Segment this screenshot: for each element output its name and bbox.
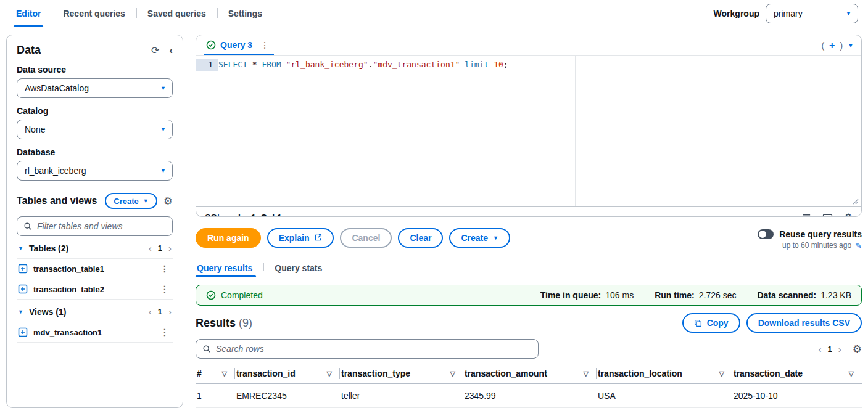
create-button-label: Create [114,197,138,206]
database-select[interactable]: rl_bank_iceberg ▼ [17,161,173,181]
results-toolbar: ‹ 1 › ⚙ [196,339,862,359]
query-status-text: Completed [221,290,263,300]
views-pagination: ‹ 1 › [149,306,172,317]
edit-pencil-icon[interactable]: ✎ [855,241,862,250]
results-settings-gear-icon[interactable]: ⚙ [853,344,862,354]
workgroup-selected-value: primary [774,9,803,18]
keyboard-icon[interactable] [822,212,833,217]
workgroup-control: Workgroup primary ▼ [714,0,868,27]
query-tab-controls: ( + ) ▼ [821,40,854,51]
tabs-scroll-left-icon[interactable]: ( [821,41,824,51]
tabs-scroll-right-icon[interactable]: ) [840,41,843,51]
check-circle-icon [206,290,216,300]
view-list-item[interactable]: mdv_transaction1 ⋮ [17,322,173,343]
page-prev-icon[interactable]: ‹ [149,306,152,317]
results-table: #▽ transaction_id▽ transaction_type▽ tra… [196,364,862,408]
catalog-select[interactable]: None ▼ [17,120,173,139]
query-tab-menu-icon[interactable]: ⋮ [258,40,271,50]
column-filter-icon[interactable]: ▽ [222,370,227,378]
collapse-panel-icon[interactable]: ‹ [169,44,173,57]
results-pagination: ‹ 1 › [819,344,841,354]
tab-editor[interactable]: Editor [5,0,52,27]
explain-button[interactable]: Explain [267,228,334,248]
clear-button[interactable]: Clear [398,228,443,248]
kebab-menu-icon[interactable]: ⋮ [158,327,172,337]
cursor-position-label: Ln 1, Col 1 [238,213,282,217]
results-page-number[interactable]: 1 [828,345,832,354]
refresh-icon[interactable]: ⟳ [151,44,159,56]
workgroup-select[interactable]: primary ▼ [766,4,858,23]
tab-recent-queries[interactable]: Recent queries [52,0,136,27]
tables-page-number[interactable]: 1 [158,243,162,253]
tab-saved-queries[interactable]: Saved queries [136,0,217,27]
database-label: Database [17,147,173,157]
column-filter-icon[interactable]: ▽ [450,370,455,378]
download-results-csv-button[interactable]: Download results CSV [746,313,862,333]
page-next-icon[interactable]: › [838,344,841,354]
kebab-menu-icon[interactable]: ⋮ [158,284,172,294]
wrap-text-icon[interactable] [802,213,811,217]
view-icon [18,327,28,337]
metric-value: 2.726 sec [699,290,737,300]
column-header-transaction-date: transaction_date▽ [732,364,862,383]
catalog-selected-value: None [25,124,45,134]
results-header: Results (9) Copy Download results CSV [196,313,862,333]
cancel-button[interactable]: Cancel [340,228,392,248]
page-prev-icon[interactable]: ‹ [819,344,822,354]
column-filter-icon[interactable]: ▽ [849,370,854,378]
sql-code-editor[interactable]: 1 SELECT * FROM "rl_bank_iceberg"."mdv_t… [196,56,861,206]
top-navigation: Editor Recent queries Saved queries Sett… [0,0,868,27]
line-number: 1 [196,59,218,71]
results-tab-bar: Query results Query stats [196,260,862,277]
kebab-menu-icon[interactable]: ⋮ [158,264,172,274]
views-section-label: Views (1) [29,307,66,317]
run-again-button[interactable]: Run again [196,228,261,248]
table-list-item[interactable]: transaction_table2 ⋮ [17,279,173,300]
filter-tables-search [17,216,173,236]
tabs-list-dropdown-icon[interactable]: ▼ [848,42,854,49]
query-tab-bar: Query 3 ⋮ ( + ) ▼ [196,35,861,56]
chevron-down-icon: ▼ [160,126,166,133]
page-next-icon[interactable]: › [168,306,172,317]
tab-query-results[interactable]: Query results [196,260,263,277]
tab-saved-queries-label: Saved queries [147,9,206,18]
create-button[interactable]: Create ▼ [105,193,157,209]
chevron-down-icon: ▼ [143,198,149,204]
section-expand-icon[interactable]: ▼ [18,309,23,315]
views-page-number[interactable]: 1 [158,307,162,316]
query-status-banner: Completed Time in queue:106 ms Run time:… [196,285,862,306]
data-source-select[interactable]: AwsDataCatalog ▼ [17,78,173,98]
page-next-icon[interactable]: › [168,243,172,253]
metric-label: Time in queue: [540,290,601,300]
column-filter-icon[interactable]: ▽ [584,370,589,378]
column-header-row-number: #▽ [196,364,235,383]
editor-settings-gear-icon[interactable]: ⚙ [844,213,853,217]
create-dropdown-button[interactable]: Create ▼ [449,228,510,248]
reuse-results-toggle[interactable] [758,229,774,239]
tables-section-header: ▼ Tables (2) ‹ 1 › [17,236,173,259]
sidebar-header-icons: ⟳ ‹ [151,44,173,57]
tab-editor-label: Editor [16,9,41,18]
tables-and-views-title: Tables and views [17,195,97,206]
tab-settings[interactable]: Settings [217,0,273,27]
add-query-tab-icon[interactable]: + [829,40,835,51]
results-actions: Copy Download results CSV [682,313,862,333]
resize-handle[interactable] [853,198,859,205]
section-expand-icon[interactable]: ▼ [18,245,23,251]
search-rows-input[interactable] [216,344,532,354]
gear-icon[interactable]: ⚙ [163,196,173,206]
metric-label: Data scanned: [757,290,816,300]
chevron-down-icon: ▼ [846,10,851,17]
table-list-item[interactable]: transaction_table1 ⋮ [17,259,173,279]
filter-tables-input[interactable] [37,221,166,231]
tab-query-stats[interactable]: Query stats [263,260,333,277]
column-filter-icon[interactable]: ▽ [719,370,724,378]
page-prev-icon[interactable]: ‹ [149,243,152,253]
cell-row-number: 1 [196,384,235,407]
column-filter-icon[interactable]: ▽ [327,370,332,378]
query-tab[interactable]: Query 3 ⋮ [204,35,274,55]
copy-button[interactable]: Copy [682,313,740,333]
column-header-transaction-amount: transaction_amount▽ [463,364,597,383]
reuse-results-note: up to 60 minutes ago [782,241,851,250]
table-row[interactable]: 1 EMREC2345 teller 2345.99 USA 2025-10-1… [196,384,862,408]
